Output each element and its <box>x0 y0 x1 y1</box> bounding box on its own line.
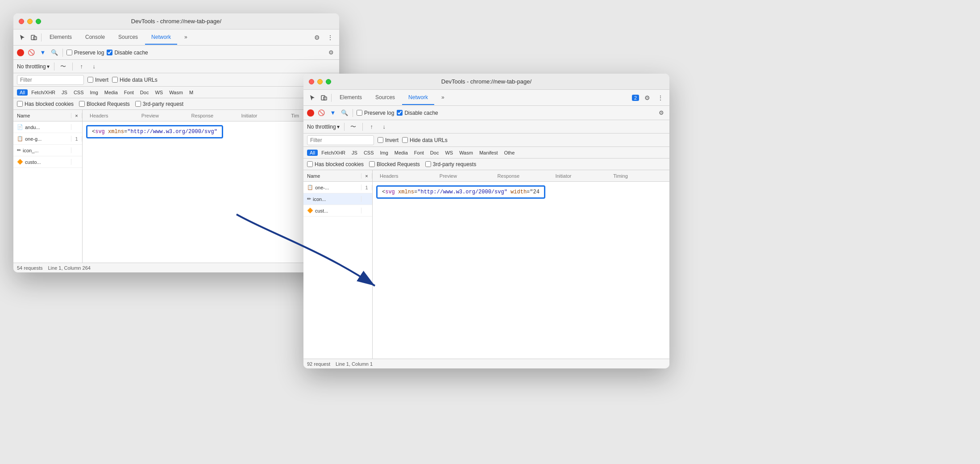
tab-more-2[interactable]: » <box>435 91 451 105</box>
type-font-1[interactable]: Font <box>121 89 137 96</box>
tab-elements-1[interactable]: Elements <box>43 30 78 45</box>
download-icon-2[interactable]: ↓ <box>380 122 389 131</box>
type-css-2[interactable]: CSS <box>361 150 377 156</box>
hide-data-label-2[interactable]: Hide data URLs <box>402 137 448 143</box>
hide-data-checkbox-1[interactable] <box>112 77 118 83</box>
settings-icon-1[interactable]: ⚙ <box>327 48 336 57</box>
table-row[interactable]: 🔶 cust... <box>303 205 372 217</box>
filter-icon-2[interactable]: ▼ <box>328 109 337 117</box>
wifi-icon-1[interactable]: 〜 <box>59 62 68 71</box>
wifi-icon-2[interactable]: 〜 <box>349 122 358 131</box>
type-media-1[interactable]: Media <box>102 89 120 96</box>
type-media-2[interactable]: Media <box>392 150 411 156</box>
type-doc-2[interactable]: Doc <box>428 150 442 156</box>
table-row[interactable]: 📄 andu... <box>13 121 82 133</box>
third-party-label-2[interactable]: 3rd-party requests <box>425 161 476 167</box>
download-icon-1[interactable]: ↓ <box>90 62 99 71</box>
preserve-log-label-1[interactable]: Preserve log <box>66 50 104 56</box>
invert-checkbox-1[interactable] <box>87 77 93 83</box>
cursor-tool[interactable] <box>17 32 28 43</box>
search-icon-1[interactable]: 🔍 <box>50 48 59 57</box>
search-icon-2[interactable]: 🔍 <box>340 109 349 117</box>
blocked-req-checkbox-1[interactable] <box>79 101 85 107</box>
tab-elements-2[interactable]: Elements <box>333 91 368 105</box>
has-blocked-checkbox-2[interactable] <box>307 161 313 167</box>
minimize-button-1[interactable] <box>27 19 33 24</box>
record-button-2[interactable] <box>307 109 314 117</box>
type-ws-1[interactable]: WS <box>152 89 166 96</box>
stop-icon-1[interactable]: 🚫 <box>27 48 36 57</box>
table-row[interactable]: ✏ icon... <box>303 193 372 205</box>
table-row[interactable]: 📋 one-g... 1 <box>13 133 82 145</box>
has-blocked-label-2[interactable]: Has blocked cookies <box>307 161 364 167</box>
type-ws-2[interactable]: WS <box>442 150 456 156</box>
type-wasm-1[interactable]: Wasm <box>166 89 186 96</box>
blocked-req-checkbox-2[interactable] <box>369 161 375 167</box>
type-doc-1[interactable]: Doc <box>137 89 152 96</box>
preserve-log-label-2[interactable]: Preserve log <box>357 110 394 116</box>
minimize-button-2[interactable] <box>317 79 323 84</box>
filter-icon-1[interactable]: ▼ <box>38 48 47 57</box>
disable-cache-checkbox-1[interactable] <box>107 50 112 55</box>
upload-icon-1[interactable]: ↑ <box>77 62 86 71</box>
filter-input-1[interactable] <box>17 75 84 85</box>
tab-network-2[interactable]: Network <box>402 91 434 105</box>
third-party-checkbox-1[interactable] <box>135 101 141 107</box>
cursor-tool-2[interactable] <box>307 92 318 103</box>
upload-icon-2[interactable]: ↑ <box>367 122 376 131</box>
third-party-checkbox-2[interactable] <box>425 161 431 167</box>
table-row[interactable]: 🔶 custo... <box>13 156 82 168</box>
record-button-1[interactable] <box>17 49 24 56</box>
close-button-2[interactable] <box>309 79 314 84</box>
table-row[interactable]: 📋 one-... 1 <box>303 182 372 193</box>
type-fetch-2[interactable]: Fetch/XHR <box>319 150 348 156</box>
type-all-1[interactable]: All <box>17 89 28 96</box>
type-m-1[interactable]: M <box>187 89 196 96</box>
preserve-log-checkbox-2[interactable] <box>357 110 362 116</box>
tab-sources-2[interactable]: Sources <box>369 91 401 105</box>
blocked-req-label-1[interactable]: Blocked Requests <box>79 101 130 107</box>
disable-cache-label-2[interactable]: Disable cache <box>397 110 438 116</box>
invert-checkbox-2[interactable] <box>378 137 383 143</box>
preserve-log-checkbox-1[interactable] <box>66 50 72 55</box>
tab-more-1[interactable]: » <box>178 30 194 45</box>
type-css-1[interactable]: CSS <box>71 89 87 96</box>
disable-cache-checkbox-2[interactable] <box>397 110 403 116</box>
device-toggle-2[interactable] <box>319 92 329 103</box>
invert-label-2[interactable]: Invert <box>378 137 399 143</box>
tab-network-1[interactable]: Network <box>145 30 177 45</box>
more-icon-2[interactable]: ⋮ <box>655 92 666 103</box>
type-img-2[interactable]: Img <box>378 150 391 156</box>
stop-icon-2[interactable]: 🚫 <box>317 109 326 117</box>
type-all-2[interactable]: All <box>307 150 318 156</box>
type-js-2[interactable]: JS <box>349 150 360 156</box>
filter-input-2[interactable] <box>307 135 374 145</box>
throttle-select-1[interactable]: No throttling ▾ <box>17 63 50 70</box>
has-blocked-label-1[interactable]: Has blocked cookies <box>17 101 74 107</box>
type-other-2[interactable]: Othe <box>501 150 517 156</box>
disable-cache-label-1[interactable]: Disable cache <box>107 50 148 56</box>
hide-data-label-1[interactable]: Hide data URLs <box>112 77 158 83</box>
maximize-button-1[interactable] <box>36 19 41 24</box>
tab-sources-1[interactable]: Sources <box>112 30 144 45</box>
tab-console-1[interactable]: Console <box>79 30 111 45</box>
hide-data-checkbox-2[interactable] <box>402 137 408 143</box>
type-js-1[interactable]: JS <box>59 89 70 96</box>
gear-icon-1[interactable]: ⚙ <box>311 32 322 43</box>
type-manifest-2[interactable]: Manifest <box>477 150 501 156</box>
table-row[interactable]: ✏ icon_... <box>13 145 82 156</box>
type-fetch-1[interactable]: Fetch/XHR <box>29 89 58 96</box>
type-img-1[interactable]: Img <box>87 89 101 96</box>
close-button-1[interactable] <box>19 19 24 24</box>
device-toggle[interactable] <box>29 32 39 43</box>
maximize-button-2[interactable] <box>326 79 331 84</box>
settings-icon-2[interactable]: ⚙ <box>657 109 666 117</box>
blocked-req-label-2[interactable]: Blocked Requests <box>369 161 420 167</box>
invert-label-1[interactable]: Invert <box>87 77 108 83</box>
more-icon-1[interactable]: ⋮ <box>325 32 336 43</box>
type-wasm-2[interactable]: Wasm <box>457 150 476 156</box>
throttle-select-2[interactable]: No throttling ▾ <box>307 124 340 130</box>
third-party-label-1[interactable]: 3rd-party request <box>135 101 183 107</box>
has-blocked-checkbox-1[interactable] <box>17 101 23 107</box>
type-font-2[interactable]: Font <box>411 150 427 156</box>
